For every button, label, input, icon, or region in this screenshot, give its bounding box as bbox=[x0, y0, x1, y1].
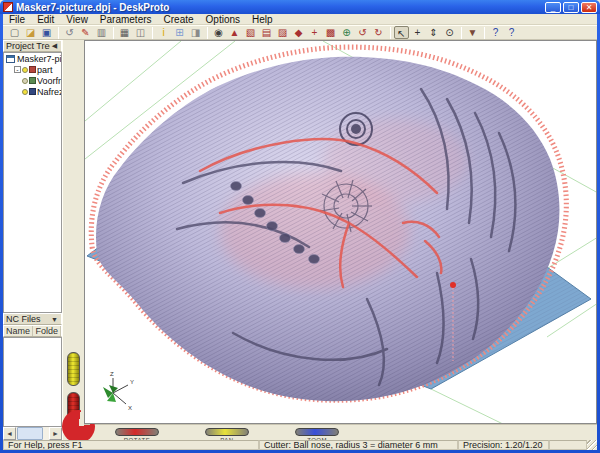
toolbar-separator bbox=[390, 27, 391, 39]
show-origin-icon[interactable]: ◆ bbox=[291, 26, 306, 39]
show-geometry-icon[interactable]: ▲ bbox=[227, 26, 242, 39]
scrollbar-thumb[interactable] bbox=[17, 427, 43, 440]
bulb-icon bbox=[22, 78, 28, 84]
collapse-panel-button[interactable]: ◀ bbox=[50, 42, 59, 50]
zoom-rect-icon[interactable]: ⊙ bbox=[442, 26, 457, 39]
nc-files-menu-button[interactable]: ▼ bbox=[50, 316, 59, 323]
project-icon bbox=[6, 55, 15, 63]
nc-files-title: NC Files bbox=[6, 314, 50, 324]
viewport-gutter bbox=[62, 40, 84, 440]
print-preview-icon[interactable]: ◫ bbox=[133, 26, 148, 39]
show-toolpath-icon[interactable]: ▨ bbox=[275, 26, 290, 39]
menu-parameters[interactable]: Parameters bbox=[94, 14, 158, 25]
show-ambient-icon[interactable]: ▤ bbox=[259, 26, 274, 39]
render-photo-icon[interactable]: ◨ bbox=[188, 26, 203, 39]
pan-view-icon[interactable]: + bbox=[410, 26, 425, 39]
status-bar: For Help, press F1 Cutter: Ball nose, ra… bbox=[3, 440, 597, 450]
show-block-icon[interactable]: ▧ bbox=[243, 26, 258, 39]
axis-label-x: X bbox=[128, 405, 132, 411]
new-file-icon[interactable]: ▢ bbox=[7, 26, 22, 39]
menu-options[interactable]: Options bbox=[200, 14, 246, 25]
deskproto-window: Masker7-picture.dpj - DeskProto _ □ ✕ Fi… bbox=[0, 0, 600, 453]
menu-view[interactable]: View bbox=[60, 14, 94, 25]
rotate-pie-indicator bbox=[62, 410, 95, 443]
tree-item-masker7-picture[interactable]: Masker7-picture bbox=[4, 53, 61, 64]
bulb-icon bbox=[22, 89, 28, 95]
simulate-mill-icon[interactable]: ▼ bbox=[465, 26, 480, 39]
toolbar-separator bbox=[484, 27, 485, 39]
tree-item-label: Masker7-picture bbox=[17, 54, 61, 64]
project-tree-title: Project Tree bbox=[6, 41, 50, 51]
mouse-hints-strip: ROTATEPANZOOM bbox=[84, 424, 597, 440]
window-title: Masker7-picture.dpj - DeskProto bbox=[16, 2, 545, 13]
title-bar[interactable]: Masker7-picture.dpj - DeskProto _ □ ✕ bbox=[0, 0, 600, 14]
project-tree: Masker7-picture-partVoorfrezenNafrezen bbox=[3, 52, 62, 313]
rotate-bar bbox=[115, 428, 159, 436]
help-icon[interactable]: ? bbox=[488, 26, 503, 39]
part-icon bbox=[29, 66, 36, 73]
horizontal-scrollbar: ◄ ► bbox=[3, 427, 62, 440]
zoom-dynamic-icon[interactable]: ⇕ bbox=[426, 26, 441, 39]
show-hide-eye-icon[interactable]: ◉ bbox=[211, 26, 226, 39]
yellow-gauge-bar bbox=[67, 352, 80, 386]
view-sphere-icon[interactable]: ⊕ bbox=[339, 26, 354, 39]
column-folder[interactable]: Folde bbox=[33, 326, 61, 336]
toolbar-separator bbox=[113, 27, 114, 39]
revert-view-icon[interactable]: ↺ bbox=[62, 26, 77, 39]
toolbar-separator bbox=[207, 27, 208, 39]
scrollbar-track[interactable] bbox=[16, 427, 49, 440]
print-icon[interactable]: ▦ bbox=[117, 26, 132, 39]
grid-toggle-icon[interactable]: ⊞ bbox=[172, 26, 187, 39]
scroll-right-button[interactable]: ► bbox=[49, 427, 62, 440]
project-tree-header: Project Tree ◀ bbox=[3, 40, 62, 52]
bulb-icon bbox=[22, 67, 28, 73]
toolpath-marker-dot bbox=[450, 282, 456, 288]
context-help-icon[interactable]: ? bbox=[504, 26, 519, 39]
op-icon bbox=[29, 77, 36, 84]
3d-viewport[interactable]: Z Y X bbox=[84, 40, 597, 424]
status-help: For Help, press F1 bbox=[3, 440, 259, 450]
axis-label-z: Z bbox=[110, 371, 114, 377]
edit-wizard-icon[interactable]: ✎ bbox=[78, 26, 93, 39]
resize-grip[interactable] bbox=[587, 440, 597, 450]
menu-bar: FileEditViewParametersCreateOptionsHelp bbox=[3, 14, 597, 25]
status-precision: Precision: 1.20/1.20 bbox=[458, 440, 549, 450]
toolbar-separator bbox=[152, 27, 153, 39]
menu-file[interactable]: File bbox=[3, 14, 31, 25]
status-spacer bbox=[549, 440, 587, 450]
toolbar-separator bbox=[58, 27, 59, 39]
zoom-bar bbox=[295, 428, 339, 436]
show-axes-icon[interactable]: + bbox=[307, 26, 322, 39]
tree-item-nafrezen[interactable]: Nafrezen bbox=[4, 86, 61, 97]
show-border-icon[interactable]: ▩ bbox=[323, 26, 338, 39]
scroll-left-button[interactable]: ◄ bbox=[3, 427, 16, 440]
nc-files-header: NC Files ▼ bbox=[3, 313, 62, 325]
menu-create[interactable]: Create bbox=[158, 14, 200, 25]
close-button[interactable]: ✕ bbox=[581, 2, 597, 13]
tree-item-part[interactable]: -part bbox=[4, 64, 61, 75]
maximize-button[interactable]: □ bbox=[563, 2, 579, 13]
menu-edit[interactable]: Edit bbox=[31, 14, 60, 25]
left-panel: Project Tree ◀ Masker7-picture-partVoorf… bbox=[3, 40, 62, 440]
export-nc-icon[interactable]: ▥ bbox=[94, 26, 109, 39]
info-icon[interactable]: i bbox=[156, 26, 171, 39]
save-file-icon[interactable]: ▣ bbox=[39, 26, 54, 39]
expand-box-icon[interactable]: - bbox=[14, 66, 21, 73]
select-pointer-icon[interactable]: ↖ bbox=[394, 26, 409, 39]
menu-help[interactable]: Help bbox=[246, 14, 279, 25]
nc-files-column-headers: Name Folde bbox=[3, 325, 62, 337]
pan-bar bbox=[205, 428, 249, 436]
open-folder-icon[interactable]: ◪ bbox=[23, 26, 38, 39]
rotate-cw-icon[interactable]: ↻ bbox=[371, 26, 386, 39]
tree-item-label: Voorfrezen bbox=[37, 76, 61, 86]
op-icon bbox=[29, 88, 36, 95]
tree-item-voorfrezen[interactable]: Voorfrezen bbox=[4, 75, 61, 86]
minimize-button[interactable]: _ bbox=[545, 2, 561, 13]
app-icon bbox=[3, 2, 13, 12]
toolbar: ▢◪▣↺✎▥▦◫i⊞◨◉▲▧▤▨◆+▩⊕↺↻↖+⇕⊙▼?? bbox=[3, 25, 597, 40]
column-name[interactable]: Name bbox=[4, 326, 33, 336]
toolbar-separator bbox=[461, 27, 462, 39]
rotate-ccw-icon[interactable]: ↺ bbox=[355, 26, 370, 39]
nc-files-list[interactable] bbox=[3, 337, 62, 427]
3d-scene: Z Y X bbox=[85, 41, 597, 424]
